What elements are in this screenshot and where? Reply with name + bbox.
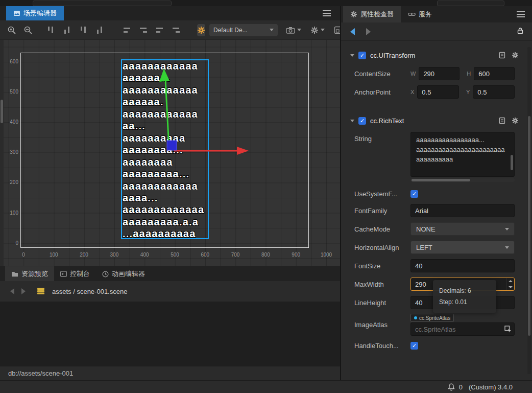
align-top-icon[interactable] — [124, 27, 131, 33]
collapse-caret-icon[interactable] — [350, 54, 354, 57]
camera-view-dropdown[interactable] — [286, 27, 301, 34]
string-textarea[interactable]: aaaaaaaaaaaaaaaaa...aaaaaaaaaaaaaaaaaaaa… — [410, 132, 515, 177]
align-center-horizontal-icon[interactable] — [63, 27, 70, 33]
scene-toolbar: Default De... — [0, 20, 340, 40]
image-atlas-input[interactable] — [410, 322, 515, 336]
tab-animation-editor[interactable]: 动画编辑器 — [96, 266, 151, 282]
lock-icon[interactable] — [517, 27, 524, 36]
content-size-label: ContentSize — [354, 70, 410, 78]
ruler-y-label: 300 — [4, 149, 18, 155]
ruler-y-label: 100 — [4, 210, 18, 216]
scene-settings-dropdown[interactable] — [310, 26, 325, 34]
anchor-point-row: AnchorPoint X Y — [354, 85, 515, 99]
history-back-icon[interactable] — [10, 288, 14, 294]
zoom-out-icon[interactable] — [23, 26, 33, 35]
asset-type-dot-icon — [414, 316, 417, 319]
tab-animation-editor-label: 动画编辑器 — [112, 269, 145, 279]
inspector-menu-icon[interactable] — [517, 11, 525, 17]
cache-mode-select[interactable]: NONE — [410, 222, 515, 236]
component-gear-icon[interactable] — [512, 52, 519, 59]
ruler-x-label: 800 — [258, 252, 273, 258]
scene-canvas[interactable]: aaaaaaaaaaaaaaaaaa...aaaaaaaaaaaaaaaaaa.… — [0, 40, 340, 266]
animation-icon — [102, 271, 109, 278]
chevron-down-icon — [505, 228, 509, 230]
camera-icon — [286, 27, 295, 34]
console-icon — [60, 271, 67, 277]
bottom-panel-tabbar: 资源预览 控制台 动画编辑器 — [0, 266, 340, 282]
align-stretch-horizontal-icon[interactable] — [96, 27, 103, 33]
x-unit-label: X — [410, 89, 414, 95]
zoom-in-icon[interactable] — [7, 26, 16, 35]
collapse-caret-icon[interactable] — [350, 120, 354, 122]
string-horizontal-scrollbar-thumb[interactable] — [412, 179, 470, 181]
horizontal-align-select[interactable]: LEFT — [410, 241, 515, 254]
anchor-point-x-input[interactable] — [417, 85, 459, 99]
align-left-icon[interactable] — [47, 27, 54, 33]
use-system-font-checkbox[interactable]: ✓ — [410, 190, 418, 198]
use-system-font-label: UseSystemF... — [354, 190, 410, 198]
tab-asset-preview[interactable]: 资源预览 — [5, 266, 54, 282]
canvas-scrollbar-thumb[interactable] — [1, 100, 3, 123]
tab-scene-editor[interactable]: 场景编辑器 — [6, 6, 64, 20]
canvas-vertical-scrollbar — [0, 40, 4, 266]
asset-picker-icon[interactable] — [504, 326, 512, 334]
section-uitransform-header: ✓ cc.UITransform — [350, 48, 519, 62]
handle-touch-checkbox[interactable]: ✓ — [410, 342, 418, 350]
device-profile-dropdown[interactable]: Default De... — [209, 24, 278, 36]
align-stretch-vertical-icon[interactable] — [173, 27, 180, 33]
notification-bell-icon[interactable] — [448, 383, 455, 391]
gear-icon — [310, 26, 319, 34]
tab-services-label: 服务 — [419, 10, 432, 19]
horizontal-align-value: LEFT — [416, 244, 432, 251]
node-history-forward-icon[interactable] — [366, 28, 371, 35]
font-size-row: FontSize — [354, 259, 515, 273]
gizmo-y-axis-arrowhead-icon[interactable] — [159, 68, 170, 82]
scene-panel-menu-icon[interactable] — [323, 10, 331, 16]
tab-console[interactable]: 控制台 — [54, 266, 96, 282]
inspector-scrollbar-thumb[interactable] — [528, 116, 530, 336]
scene-gizmo-settings-button[interactable] — [197, 24, 205, 36]
inspector-nav-row — [341, 22, 532, 41]
stepper-down-icon[interactable] — [507, 284, 514, 290]
richtext-enabled-checkbox[interactable]: ✓ — [358, 117, 366, 125]
handle-touch-row: HandleTouch... ✓ — [354, 340, 515, 351]
string-line: aaaaaaaaaaaaaaaaa... — [416, 135, 509, 145]
string-vertical-scrollbar-thumb[interactable] — [511, 155, 513, 170]
link-icon — [408, 12, 416, 17]
string-textarea-content: aaaaaaaaaaaaaaaaa...aaaaaaaaaaaaaaaaaaaa… — [416, 135, 509, 164]
uitransform-enabled-checkbox[interactable]: ✓ — [358, 52, 366, 59]
breadcrumb: assets / scene-001.scene — [52, 288, 127, 295]
chevron-down-icon — [505, 246, 509, 249]
content-size-row: ContentSize W H — [354, 66, 515, 81]
handle-touch-label: HandleTouch... — [354, 342, 410, 350]
stepper-up-icon[interactable] — [507, 278, 514, 284]
node-history-back-icon[interactable] — [350, 28, 355, 35]
docs-icon[interactable] — [499, 52, 505, 59]
component-gear-icon[interactable] — [512, 117, 519, 124]
main-toolbar-fragment — [33, 1, 172, 6]
inspector-tabbar: 属性检查器 服务 — [341, 6, 532, 22]
tab-services[interactable]: 服务 — [401, 6, 439, 22]
tab-property-inspector[interactable]: 属性检查器 — [343, 6, 401, 22]
align-middle-vertical-icon[interactable] — [140, 27, 147, 33]
align-right-icon[interactable] — [80, 27, 87, 33]
anchor-point-y-input[interactable] — [473, 85, 515, 99]
align-bottom-icon[interactable] — [156, 27, 163, 33]
font-family-input[interactable] — [410, 204, 515, 217]
font-size-input[interactable] — [410, 259, 515, 272]
gizmo-y-axis-arrow[interactable] — [165, 80, 169, 148]
ruler-x-label: 0 — [16, 252, 31, 258]
content-size-h-input[interactable] — [474, 67, 515, 80]
section-title-richtext: cc.RichText — [370, 117, 404, 125]
history-forward-icon[interactable] — [21, 288, 26, 294]
gear-icon — [350, 11, 357, 18]
ruler-x-label: 400 — [137, 252, 152, 258]
gizmo-x-axis-arrowhead-icon[interactable] — [237, 147, 249, 155]
content-size-w-input[interactable] — [419, 67, 460, 80]
device-profile-value: Default De... — [213, 27, 248, 34]
chevron-down-icon — [270, 29, 274, 31]
gizmo-xy-plane-handle[interactable] — [167, 141, 177, 150]
docs-icon[interactable] — [499, 117, 505, 124]
inspector-scrollbar — [527, 47, 531, 374]
ruler-x-label: 700 — [228, 252, 243, 258]
